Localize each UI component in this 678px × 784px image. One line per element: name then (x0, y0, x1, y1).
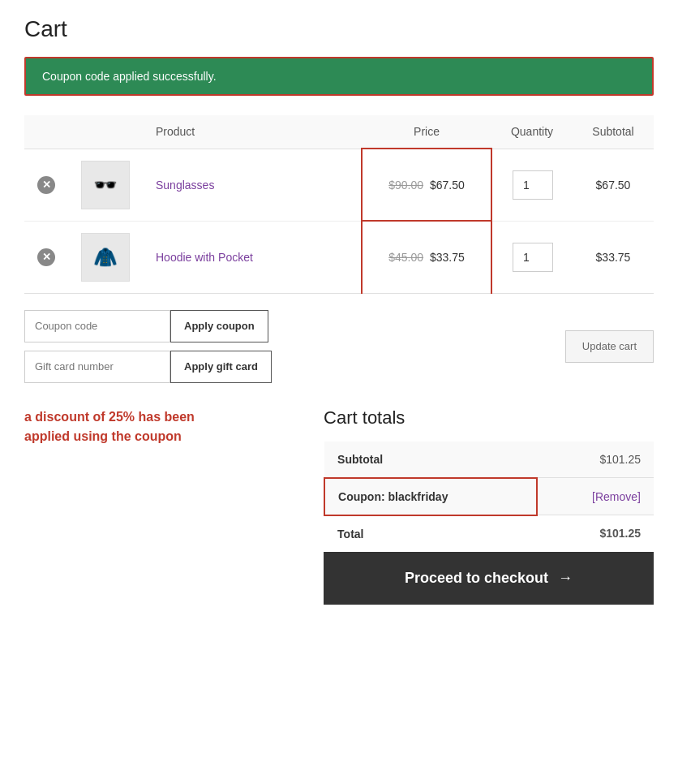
remove-coupon-link[interactable]: [Remove] (592, 490, 641, 503)
apply-coupon-button[interactable]: Apply coupon (170, 310, 268, 342)
coupon-row: Apply coupon (24, 310, 272, 342)
remove-item-button[interactable]: ✕ (37, 176, 55, 194)
remove-cell: ✕ (24, 221, 68, 293)
subtotal-label: Subtotal (324, 442, 537, 478)
original-price: $90.00 (388, 179, 423, 192)
gift-card-row: Apply gift card (24, 351, 272, 383)
bottom-section: a discount of 25% has been applied using… (24, 407, 654, 605)
col-subtotal-header: Subtotal (573, 115, 654, 149)
cart-totals-title: Cart totals (324, 407, 654, 429)
remove-item-button[interactable]: ✕ (37, 248, 55, 266)
qty-cell (491, 221, 573, 293)
totals-table: Subtotal $101.25 Coupon: blackfriday [Re… (324, 442, 654, 552)
quantity-input[interactable] (513, 170, 553, 200)
price-cell: $45.00 $33.75 (362, 221, 491, 293)
checkout-label: Proceed to checkout (405, 570, 548, 587)
quantity-input[interactable] (513, 243, 553, 272)
col-qty-header: Quantity (491, 115, 573, 149)
subtotal-value: $101.25 (537, 442, 654, 478)
total-row: Total $101.25 (324, 515, 654, 552)
product-thumbnail: 🧥 (81, 233, 130, 282)
success-banner: Coupon code applied successfully. (24, 57, 654, 96)
price-cell: $90.00 $67.50 (362, 149, 491, 221)
cart-table: Product Price Quantity Subtotal ✕ 🕶️ Sun… (24, 115, 654, 294)
col-price-header: Price (362, 115, 491, 149)
coupon-input[interactable] (24, 310, 170, 342)
col-img-header (68, 115, 143, 149)
apply-gift-card-button[interactable]: Apply gift card (170, 351, 272, 383)
col-product-header: Product (143, 115, 362, 149)
product-name-link[interactable]: Hoodie with Pocket (156, 251, 253, 264)
original-price: $45.00 (388, 251, 423, 264)
discounted-price: $67.50 (430, 179, 465, 192)
product-image-cell: 🧥 (68, 221, 143, 293)
total-value: $101.25 (537, 515, 654, 552)
checkout-button[interactable]: Proceed to checkout → (324, 552, 654, 605)
checkout-arrow: → (558, 570, 573, 587)
discount-message: a discount of 25% has been applied using… (24, 407, 299, 605)
table-row: ✕ 🕶️ Sunglasses $90.00 $67.50 $67.50 (24, 149, 654, 221)
cart-actions: Apply coupon Apply gift card Update cart (24, 310, 654, 383)
cart-totals: Cart totals Subtotal $101.25 Coupon: bla… (324, 407, 654, 605)
subtotal-cell: $67.50 (573, 149, 654, 221)
product-name-cell: Sunglasses (143, 149, 362, 221)
product-name-link[interactable]: Sunglasses (156, 179, 214, 192)
cart-actions-left: Apply coupon Apply gift card (24, 310, 272, 383)
subtotal-row: Subtotal $101.25 (324, 442, 654, 478)
qty-cell (491, 149, 573, 221)
subtotal-cell: $33.75 (573, 221, 654, 293)
coupon-row: Coupon: blackfriday [Remove] (324, 478, 654, 515)
col-remove-header (24, 115, 68, 149)
remove-cell: ✕ (24, 149, 68, 221)
discounted-price: $33.75 (430, 251, 465, 264)
coupon-remove-cell: [Remove] (537, 478, 654, 515)
product-image-cell: 🕶️ (68, 149, 143, 221)
gift-card-input[interactable] (24, 351, 170, 383)
coupon-label: Coupon: blackfriday (324, 478, 537, 515)
total-label: Total (324, 515, 537, 552)
product-thumbnail: 🕶️ (81, 161, 130, 209)
table-row: ✕ 🧥 Hoodie with Pocket $45.00 $33.75 $33… (24, 221, 654, 293)
update-cart-button[interactable]: Update cart (565, 330, 654, 363)
product-name-cell: Hoodie with Pocket (143, 221, 362, 293)
page-title: Cart (24, 16, 654, 42)
